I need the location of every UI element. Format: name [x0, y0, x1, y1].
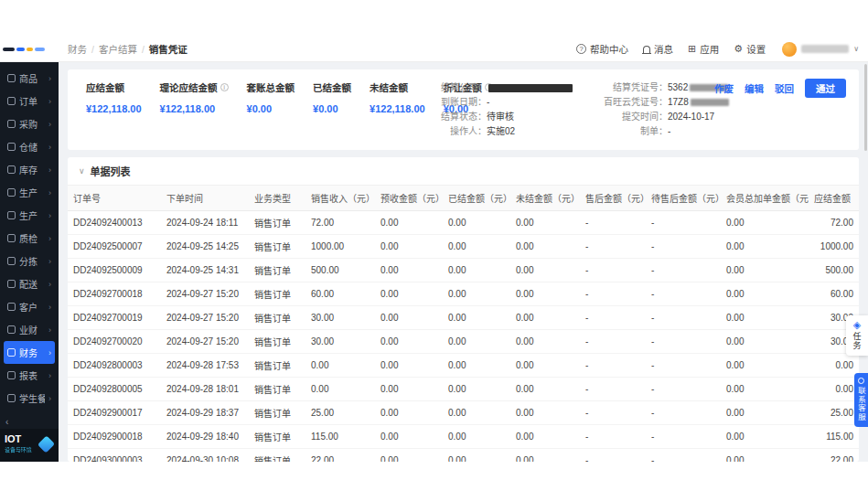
summary-amount-value: ¥122,118.00 [86, 103, 142, 114]
sidebar-item-7[interactable]: 生产› [4, 204, 55, 227]
column-label: 销售收入（元） [311, 194, 375, 204]
table-row[interactable]: DD240928000032024-09-28 17:53销售订单0.000.0… [68, 354, 859, 378]
info-icon[interactable] [220, 83, 229, 91]
chevron-right-icon: › [48, 371, 51, 380]
sidebar-item-label: 学生餐 [19, 391, 45, 405]
table-row[interactable]: DD240927000182024-09-27 15:20销售订单60.000.… [68, 282, 859, 306]
table-row[interactable]: DD240930000032024-09-30 10:08销售订单22.000.… [68, 449, 859, 463]
sidebar-item-9[interactable]: 分拣› [4, 250, 55, 272]
avatar [782, 42, 797, 57]
chevron-right-icon: › [48, 348, 51, 357]
cell-unsettled-amount: 0.00 [510, 235, 580, 259]
menu-item-icon [7, 394, 16, 402]
summary-amount-label: 理论应结金额 [160, 80, 229, 94]
cell-unsettled-amount: 0.00 [510, 282, 580, 306]
chevron-right-icon: › [48, 120, 51, 129]
breadcrumb-finance[interactable]: 财务 [68, 42, 87, 56]
table-row[interactable]: DD240929000182024-09-29 18:40销售订单115.000… [68, 425, 859, 449]
chevron-right-icon: › [48, 165, 51, 175]
settings-button[interactable]: ⚙ 设置 [734, 42, 766, 56]
collapse-sidebar-icon[interactable]: ‹ [0, 415, 59, 429]
table-row[interactable]: DD240925000072024-09-25 14:25销售订单1000.00… [68, 235, 859, 259]
summary-amount-value: ¥122,118.00 [370, 103, 425, 114]
table-row[interactable]: DD240929000172024-09-29 18:37销售订单25.000.… [68, 401, 859, 425]
void-button[interactable]: 作废 [714, 81, 734, 95]
user-menu[interactable]: ∨ [782, 42, 859, 57]
cell-payable-amount: 115.00 [809, 425, 859, 449]
cell-aftersale-amount: - [580, 282, 646, 306]
table-row[interactable]: DD240927000192024-09-27 15:20销售订单30.000.… [68, 306, 859, 330]
cell-aftersale-amount: - [580, 378, 646, 401]
menu-item-icon [7, 120, 16, 128]
apps-icon: ⊞ [688, 44, 696, 54]
reject-button[interactable]: 驳回 [775, 81, 794, 95]
approve-button[interactable]: 通过 [805, 79, 846, 98]
cell-biz-type: 销售订单 [249, 211, 305, 235]
info-value: 2024-10-17 [668, 110, 714, 124]
cell-aftersale-amount: - [580, 401, 646, 425]
info-label: 制单： [591, 124, 668, 139]
cell-order-time: 2024-09-28 18:01 [161, 378, 249, 401]
sidebar-item-10[interactable]: 配送› [4, 272, 55, 295]
sidebar-item-label: 仓储 [19, 140, 45, 154]
summary-amount: 理论应结金额¥122,118.00 [160, 80, 229, 141]
sidebar-item-label: 库存 [19, 163, 45, 176]
cell-unsettled-amount: 0.00 [510, 330, 580, 354]
task-float-button[interactable]: ◈ 任务 [846, 315, 868, 356]
sidebar-item-12[interactable]: 业财› [4, 318, 55, 341]
cell-prepaid-amount: 0.00 [375, 330, 443, 354]
scrollbar[interactable] [864, 64, 867, 151]
sidebar-item-3[interactable]: 采购› [4, 112, 55, 135]
info-label: 结算凭证号： [591, 80, 668, 95]
menu-item-icon [7, 211, 16, 219]
sidebar-item-5[interactable]: 库存› [4, 158, 55, 181]
breadcrumb-customer-settlement[interactable]: 客户结算 [99, 42, 137, 56]
table-row[interactable]: DD240928000052024-09-28 18:01销售订单0.000.0… [68, 378, 859, 401]
cell-member-add-amount: 0.00 [721, 354, 809, 378]
column-header-biz-type: 业务类型 [249, 186, 305, 211]
sidebar-item-1[interactable]: 商品› [4, 67, 55, 90]
chevron-right-icon: › [48, 211, 51, 220]
column-label: 订单号 [73, 194, 101, 204]
sidebar-item-15[interactable]: 学生餐› [4, 387, 55, 410]
sidebar-item-2[interactable]: 订单› [4, 90, 55, 112]
summary-amount-label: 未结金额 [370, 80, 425, 94]
cell-order-time: 2024-09-29 18:40 [161, 425, 249, 449]
sidebar-footer: IOT 设备与环境 [0, 429, 59, 462]
cell-payable-amount: 500.00 [809, 259, 859, 282]
sidebar-item-11[interactable]: 客户› [4, 295, 55, 318]
messages-button[interactable]: 消息 [643, 42, 673, 56]
contact-support-tab[interactable]: 联系客服 [854, 373, 868, 427]
cell-unsettled-amount: 0.00 [510, 378, 580, 401]
sidebar-item-14[interactable]: 报表› [4, 364, 55, 387]
cell-settled-amount: 0.00 [443, 211, 510, 235]
help-center-button[interactable]: ? 帮助中心 [576, 42, 628, 56]
apps-button[interactable]: ⊞ 应用 [688, 42, 719, 56]
sidebar-item-4[interactable]: 仓储› [4, 135, 55, 158]
cell-settled-amount: 0.00 [443, 378, 510, 401]
cell-sales-income: 30.00 [305, 330, 375, 354]
cell-settled-amount: 0.00 [443, 259, 510, 282]
redacted-value [488, 84, 573, 92]
chevron-right-icon: › [48, 143, 51, 152]
sidebar-item-13[interactable]: 财务› [4, 341, 55, 364]
cell-pending-aftersale-amount: - [646, 211, 721, 235]
cell-biz-type: 销售订单 [249, 378, 305, 401]
edit-button[interactable]: 编辑 [745, 81, 764, 95]
section-header[interactable]: ∨ 单据列表 [68, 157, 859, 186]
breadcrumb-current-page: 销售凭证 [149, 42, 188, 56]
cell-order-no: DD24092900017 [68, 401, 161, 425]
sidebar-item-label: 业财 [19, 323, 45, 336]
logo-dash [16, 48, 25, 51]
cell-settled-amount: 0.00 [443, 425, 510, 449]
cell-sales-income: 500.00 [305, 259, 375, 282]
chevron-right-icon: › [48, 234, 51, 243]
sidebar-item-8[interactable]: 质检› [4, 227, 55, 250]
settlement-summary-card: 应结金额¥122,118.00理论应结金额¥122,118.00套账总金额¥0.… [68, 69, 859, 150]
iot-logo-icon [38, 435, 55, 453]
table-row[interactable]: DD240924000132024-09-24 18:11销售订单72.000.… [68, 211, 859, 235]
column-header-payable-amount: 应结金额 [809, 186, 859, 211]
sidebar-item-6[interactable]: 生产› [4, 181, 55, 204]
table-row[interactable]: DD240925000092024-09-25 14:31销售订单500.000… [68, 259, 859, 282]
table-row[interactable]: DD240927000202024-09-27 15:20销售订单30.000.… [68, 330, 859, 354]
